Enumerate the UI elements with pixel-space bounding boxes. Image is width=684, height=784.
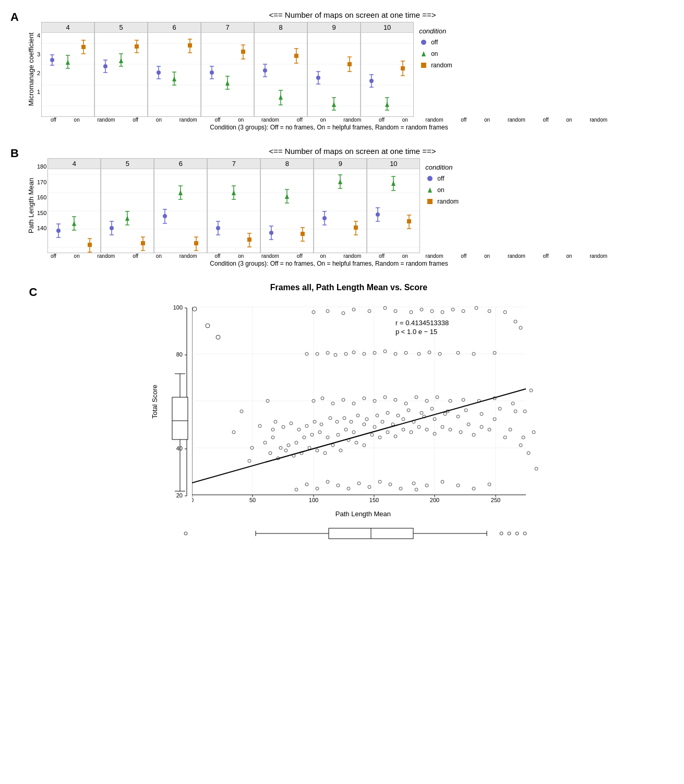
legend-item-on-b: on: [425, 185, 483, 195]
x-labels-b-8: offonrandom: [370, 253, 452, 259]
svg-point-174: [216, 226, 220, 230]
svg-point-401: [378, 480, 381, 483]
svg-point-280: [193, 307, 197, 311]
svg-rect-111: [401, 66, 405, 70]
svg-text:20: 20: [176, 492, 183, 498]
x-labels-b-6: offonrandom: [206, 253, 288, 259]
svg-point-430: [335, 420, 339, 423]
x-labels-b-9: offonrandom: [452, 253, 534, 259]
svg-point-339: [443, 412, 447, 415]
svg-text:100: 100: [309, 497, 318, 503]
legend-item-off-b: off: [425, 174, 483, 183]
y-tick-3: 3: [37, 51, 40, 57]
facet-a-5-plot: [95, 33, 147, 116]
facet-a-6-header: 6: [148, 22, 200, 33]
facet-a-10-plot: [361, 33, 413, 116]
x-labels-a-5: offonrandom: [124, 117, 206, 123]
svg-point-372: [488, 428, 491, 431]
panel-c-title: Frames all, Path Length Mean vs. Score: [270, 283, 427, 292]
svg-point-340: [457, 415, 460, 418]
facet-a-6: 6: [148, 22, 201, 116]
svg-point-324: [303, 436, 306, 439]
svg-point-234: [427, 176, 433, 181]
svg-point-208: [322, 216, 327, 220]
legend-label-on-a: on: [431, 50, 438, 57]
svg-text:r = 0.4134513338: r = 0.4134513338: [395, 319, 449, 327]
svg-point-435: [376, 414, 379, 417]
x-labels-a-9: offonrandom: [452, 117, 534, 123]
svg-point-423: [282, 425, 285, 429]
svg-point-300: [519, 326, 522, 329]
svg-point-425: [297, 428, 301, 431]
y-tick-1: 1: [37, 89, 40, 95]
panel-b-x-title: Condition (3 groups): Off = no frames, O…: [42, 260, 616, 267]
svg-point-421: [271, 428, 274, 431]
svg-point-123: [56, 229, 61, 233]
svg-marker-144: [125, 216, 129, 221]
svg-point-411: [258, 424, 261, 427]
scatter-plot-area: 0 50 100 150 200 250: [192, 296, 547, 507]
svg-marker-127: [72, 221, 76, 226]
svg-point-417: [527, 452, 530, 455]
svg-point-328: [337, 433, 340, 436]
svg-point-55: [210, 70, 214, 75]
panel-a-label: A: [10, 10, 19, 24]
svg-point-7: [50, 58, 54, 62]
svg-point-399: [357, 482, 361, 485]
svg-point-39: [157, 70, 161, 75]
svg-point-306: [352, 351, 355, 354]
svg-point-379: [352, 402, 355, 405]
panel-b-legend: condition off on: [420, 158, 483, 253]
svg-point-23: [103, 64, 107, 68]
svg-point-380: [363, 397, 366, 400]
svg-point-424: [290, 422, 293, 425]
svg-point-453: [500, 532, 503, 535]
svg-point-442: [464, 409, 467, 412]
panel-a-facet-row: 4: [41, 22, 414, 117]
facet-a-10: 10: [361, 22, 413, 116]
svg-rect-95: [347, 62, 352, 66]
svg-point-420: [535, 467, 538, 470]
svg-point-370: [459, 431, 462, 434]
panel-b-chart-with-yaxis: Path Length Mean 180 170 160 150 140 4: [26, 158, 420, 253]
svg-point-325: [310, 433, 314, 436]
facet-a-6-plot: [148, 33, 200, 116]
facet-a-9-plot: [308, 33, 360, 116]
facet-b-5-header: 5: [101, 159, 153, 169]
legend-symbol-random-b: [425, 197, 435, 206]
facet-b-8-plot: [261, 169, 313, 253]
svg-point-357: [355, 441, 358, 444]
panel-b-title: <== Number of maps on screen at one time…: [26, 147, 679, 156]
scatter-svg: 0 50 100 150 200 250: [192, 296, 547, 505]
svg-point-431: [343, 417, 346, 420]
svg-point-112: [421, 40, 426, 45]
svg-point-408: [472, 487, 475, 490]
panel-b-label: B: [10, 147, 19, 160]
panel-c-x-label: Path Length Mean: [335, 510, 391, 518]
svg-point-342: [480, 425, 483, 429]
legend-item-on-a: on: [419, 49, 476, 58]
svg-point-322: [287, 444, 290, 447]
svg-point-287: [368, 310, 371, 313]
facet-b-8: 8: [260, 159, 314, 253]
svg-marker-113: [422, 51, 426, 56]
svg-point-407: [457, 484, 460, 487]
panel-b-legend-title: condition: [425, 163, 483, 171]
facet-a-5: 5: [94, 22, 148, 116]
facet-a-4-header: 4: [42, 22, 94, 33]
svg-line-277: [192, 389, 526, 483]
facet-b-4: 4: [48, 159, 101, 253]
svg-text:50: 50: [249, 497, 256, 503]
facet-b-6: 6: [154, 159, 207, 253]
svg-point-364: [410, 431, 413, 434]
y-tick-150: 150: [37, 210, 46, 216]
facet-a-10-header: 10: [361, 22, 413, 33]
svg-marker-195: [285, 194, 289, 199]
y-tick-4: 4: [37, 32, 40, 39]
svg-point-289: [394, 310, 397, 313]
svg-text:200: 200: [430, 497, 439, 503]
svg-point-410: [415, 488, 418, 491]
bottom-boxplot: [183, 520, 543, 547]
svg-point-433: [356, 414, 359, 417]
facet-b-10: 10: [367, 159, 419, 253]
